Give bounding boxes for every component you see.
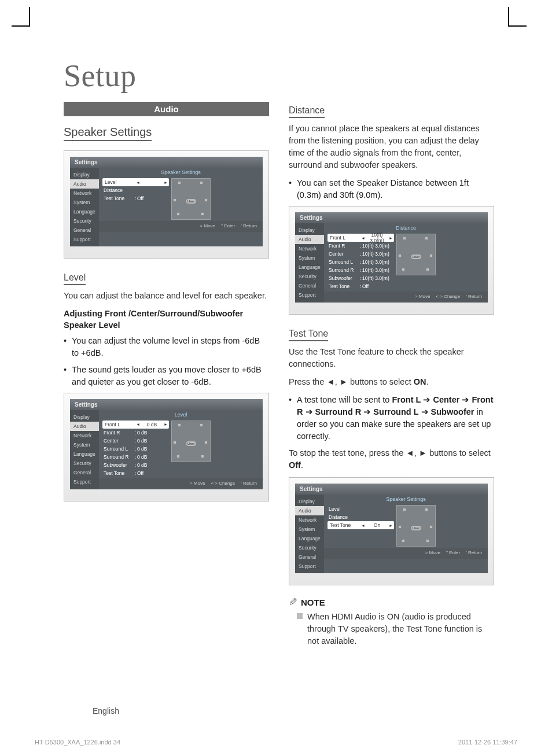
right-arrow-icon: ► bbox=[340, 377, 348, 386]
testtone-press: Press the ◄, ► buttons to select ON. bbox=[289, 376, 494, 388]
osd-sidebar-item[interactable]: System bbox=[295, 525, 324, 534]
osd-settings-label: Settings bbox=[70, 399, 263, 410]
osd-distance: SettingsDisplayAudioNetworkSystemLanguag… bbox=[289, 206, 494, 315]
osd-sidebar-item[interactable]: Network bbox=[70, 431, 99, 440]
osd-sidebar-item[interactable]: Language bbox=[70, 449, 99, 459]
osd-sidebar-item[interactable]: Support bbox=[70, 235, 99, 244]
osd-panel-title: Level bbox=[99, 410, 263, 419]
right-arrow-icon[interactable]: ► bbox=[389, 523, 393, 528]
testtone-description: Use the Test Tone feature to check the s… bbox=[289, 346, 494, 370]
right-arrow-icon[interactable]: ► bbox=[164, 180, 168, 185]
osd-testtone: SettingsDisplayAudioNetworkSystemLanguag… bbox=[289, 477, 494, 585]
osd-sidebar-item[interactable]: General bbox=[295, 281, 324, 290]
osd-list-row[interactable]: Level bbox=[327, 505, 394, 513]
osd-settings-label: Settings bbox=[295, 484, 488, 495]
osd-sidebar-item[interactable]: Support bbox=[295, 562, 324, 571]
osd-list-row[interactable]: Surround R:0 dB bbox=[102, 453, 169, 461]
osd-sidebar-item[interactable]: System bbox=[70, 198, 99, 207]
osd-list-row[interactable]: Test Tone:Off bbox=[327, 282, 394, 290]
testtone-heading: Test Tone bbox=[289, 329, 328, 341]
osd-footer-hints: > Move" Enter' Return bbox=[324, 548, 488, 559]
osd-sidebar-item[interactable]: Network bbox=[295, 515, 324, 525]
osd-list-row[interactable]: Test Tone:Off bbox=[102, 469, 169, 477]
left-arrow-icon[interactable]: ◄ bbox=[361, 523, 365, 528]
osd-sidebar-item[interactable]: General bbox=[295, 552, 324, 562]
distance-bullet: •You can set the Speaker Distance betwee… bbox=[289, 177, 494, 201]
osd-list-row[interactable]: Level◄► bbox=[102, 178, 169, 186]
distance-description: If you cannot place the speakers at equa… bbox=[289, 123, 494, 171]
osd-list-row[interactable]: Surround L:10(ft) 3.0(m) bbox=[327, 258, 394, 266]
osd-sidebar-item[interactable]: Network bbox=[295, 244, 324, 253]
osd-sidebar-item[interactable]: Display bbox=[295, 497, 324, 506]
osd-list-row[interactable]: Front R:10(ft) 3.0(m) bbox=[327, 242, 394, 250]
left-arrow-icon[interactable]: ◄ bbox=[136, 180, 140, 185]
indd-file: HT-D5300_XAA_1226.indd 34 bbox=[35, 739, 120, 746]
osd-list-row[interactable]: Front R:0 dB bbox=[102, 429, 169, 437]
osd-footer-hints: > Move" Enter' Return bbox=[99, 221, 263, 232]
osd-sidebar-item[interactable]: System bbox=[295, 253, 324, 263]
osd-settings-label: Settings bbox=[295, 212, 488, 223]
osd-sidebar-item[interactable]: Audio bbox=[295, 506, 324, 515]
osd-sidebar-item[interactable]: Security bbox=[295, 272, 324, 281]
osd-level: SettingsDisplayAudioNetworkSystemLanguag… bbox=[64, 393, 269, 501]
osd-sidebar-item[interactable]: Security bbox=[295, 543, 324, 552]
level-subheading: Adjusting Front /Center/Surround/Subwoof… bbox=[64, 308, 269, 331]
audio-banner: Audio bbox=[64, 102, 269, 116]
osd-list-row[interactable]: Surround R:10(ft) 3.0(m) bbox=[327, 266, 394, 274]
right-arrow-icon[interactable]: ► bbox=[164, 422, 168, 426]
osd-sidebar-item[interactable]: Network bbox=[70, 189, 99, 198]
osd-speaker-settings: SettingsDisplayAudioNetworkSystemLanguag… bbox=[64, 150, 269, 259]
testtone-sequence: • A test tone will be sent to Front L ➔ … bbox=[289, 394, 494, 442]
left-arrow-icon[interactable]: ◄ bbox=[361, 236, 365, 240]
indd-date: 2011-12-26 11:39:47 bbox=[458, 739, 517, 746]
osd-sidebar-item[interactable]: Language bbox=[70, 207, 99, 216]
left-arrow-icon[interactable]: ◄ bbox=[136, 422, 140, 426]
footer-language: English bbox=[93, 706, 119, 716]
osd-sidebar-item[interactable]: Security bbox=[70, 459, 99, 468]
osd-list-row[interactable]: Front L◄10(ft) 3.0(m)► bbox=[327, 234, 394, 242]
osd-sidebar-item[interactable]: Display bbox=[295, 226, 324, 235]
osd-sidebar-item[interactable]: Display bbox=[70, 170, 99, 179]
osd-list-row[interactable]: Subwoofer:10(ft) 3.0(m) bbox=[327, 274, 394, 282]
level-bullet-1: •You can adjust the volume level in step… bbox=[64, 335, 269, 359]
page-footer: English bbox=[0, 706, 552, 716]
print-meta: HT-D5300_XAA_1226.indd 34 2011-12-26 11:… bbox=[0, 739, 552, 746]
osd-sidebar-item[interactable]: Support bbox=[70, 477, 99, 486]
note-heading: ✎ NOTE bbox=[289, 596, 494, 609]
right-arrow-icon[interactable]: ► bbox=[389, 236, 393, 240]
osd-list-row[interactable]: Front L◄0 dB► bbox=[102, 421, 169, 429]
osd-list-row[interactable]: Test Tone◄On► bbox=[327, 521, 394, 529]
osd-sidebar-item[interactable]: Language bbox=[295, 534, 324, 543]
distance-heading: Distance bbox=[289, 105, 325, 118]
osd-settings-label: Settings bbox=[70, 157, 263, 168]
osd-list-row[interactable]: Test Tone:Off bbox=[102, 194, 169, 202]
speaker-settings-heading: Speaker Settings bbox=[64, 126, 152, 141]
osd-sidebar-item[interactable]: Audio bbox=[295, 235, 324, 244]
osd-sidebar-item[interactable]: General bbox=[70, 468, 99, 477]
osd-list-row[interactable]: Center:0 dB bbox=[102, 437, 169, 445]
osd-list-row[interactable]: Center:10(ft) 3.0(m) bbox=[327, 250, 394, 258]
osd-sidebar-item[interactable]: System bbox=[70, 440, 99, 449]
square-bullet-icon bbox=[297, 613, 303, 619]
osd-sidebar-item[interactable]: Security bbox=[70, 216, 99, 226]
osd-sidebar-item[interactable]: Language bbox=[295, 263, 324, 272]
osd-footer-hints: > Move< > Change' Return bbox=[99, 478, 263, 489]
osd-sidebar-item[interactable]: General bbox=[70, 226, 99, 235]
osd-list-row[interactable]: Distance bbox=[102, 186, 169, 194]
osd-sidebar-item[interactable]: Display bbox=[70, 412, 99, 422]
level-bullet-2: •The sound gets louder as you move close… bbox=[64, 364, 269, 388]
speaker-layout-diagram: User bbox=[171, 178, 211, 220]
osd-panel-title: Speaker Settings bbox=[324, 495, 488, 504]
right-arrow-icon: ► bbox=[419, 448, 427, 458]
osd-sidebar-item[interactable]: Audio bbox=[70, 422, 99, 431]
osd-footer-hints: > Move< > Change' Return bbox=[324, 292, 488, 303]
osd-list-row[interactable]: Distance bbox=[327, 513, 394, 521]
osd-list-row[interactable]: Subwoofer:0 dB bbox=[102, 461, 169, 469]
level-description: You can adjust the balance and level for… bbox=[64, 290, 269, 302]
osd-list-row[interactable]: Surround L:0 dB bbox=[102, 445, 169, 453]
osd-panel-title: Speaker Settings bbox=[99, 168, 263, 177]
osd-sidebar-item[interactable]: Support bbox=[295, 290, 324, 300]
osd-sidebar-item[interactable]: Audio bbox=[70, 179, 99, 189]
left-column: Audio Speaker Settings SettingsDisplayAu… bbox=[64, 102, 269, 647]
pencil-icon: ✎ bbox=[289, 596, 297, 609]
